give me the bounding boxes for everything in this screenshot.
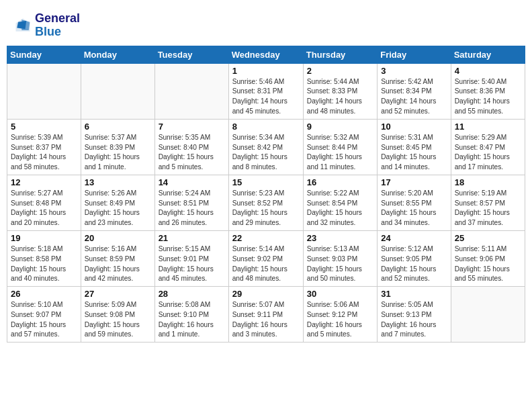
day-number: 12 <box>11 177 77 187</box>
day-info: Sunrise: 5:27 AMSunset: 8:48 PMDaylight:… <box>11 189 77 228</box>
day-number: 5 <box>11 122 77 132</box>
day-info: Sunrise: 5:16 AMSunset: 8:59 PMDaylight:… <box>85 244 151 284</box>
calendar-cell: 25Sunrise: 5:11 AMSunset: 9:06 PMDayligh… <box>451 230 525 286</box>
calendar-cell: 29Sunrise: 5:07 AMSunset: 9:11 PMDayligh… <box>228 287 303 342</box>
svg-marker-2 <box>17 21 26 29</box>
calendar-cell: 6Sunrise: 5:37 AMSunset: 8:39 PMDaylight… <box>81 119 154 175</box>
day-info: Sunrise: 5:46 AMSunset: 8:31 PMDaylight:… <box>232 77 300 117</box>
day-info: Sunrise: 5:37 AMSunset: 8:39 PMDaylight:… <box>85 133 151 173</box>
week-row-4: 19Sunrise: 5:18 AMSunset: 8:58 PMDayligh… <box>7 230 525 286</box>
week-row-2: 5Sunrise: 5:39 AMSunset: 8:37 PMDaylight… <box>7 119 525 175</box>
day-info: Sunrise: 5:32 AMSunset: 8:44 PMDaylight:… <box>307 133 373 173</box>
week-row-5: 26Sunrise: 5:10 AMSunset: 9:07 PMDayligh… <box>7 287 525 342</box>
day-number: 23 <box>307 233 373 243</box>
calendar-cell: 17Sunrise: 5:20 AMSunset: 8:55 PMDayligh… <box>378 175 451 230</box>
day-info: Sunrise: 5:23 AMSunset: 8:52 PMDaylight:… <box>232 189 300 228</box>
weekday-header-monday: Monday <box>81 46 154 63</box>
calendar-cell: 1Sunrise: 5:46 AMSunset: 8:31 PMDaylight… <box>228 63 303 119</box>
day-number: 21 <box>159 233 225 243</box>
calendar-cell: 31Sunrise: 5:05 AMSunset: 9:13 PMDayligh… <box>378 287 451 342</box>
day-info: Sunrise: 5:15 AMSunset: 9:01 PMDaylight:… <box>159 244 225 284</box>
day-info: Sunrise: 5:07 AMSunset: 9:11 PMDaylight:… <box>232 300 300 340</box>
calendar-cell: 24Sunrise: 5:12 AMSunset: 9:05 PMDayligh… <box>378 230 451 286</box>
calendar-cell <box>451 287 525 342</box>
day-number: 3 <box>381 66 447 76</box>
day-number: 26 <box>11 289 77 299</box>
day-number: 25 <box>455 233 521 243</box>
day-info: Sunrise: 5:12 AMSunset: 9:05 PMDaylight:… <box>381 244 447 284</box>
calendar-cell: 27Sunrise: 5:09 AMSunset: 9:08 PMDayligh… <box>81 287 154 342</box>
day-number: 22 <box>232 233 300 243</box>
calendar-cell: 20Sunrise: 5:16 AMSunset: 8:59 PMDayligh… <box>81 230 154 286</box>
weekday-header-tuesday: Tuesday <box>154 46 228 63</box>
calendar-cell: 30Sunrise: 5:06 AMSunset: 9:12 PMDayligh… <box>303 287 377 342</box>
week-row-1: 1Sunrise: 5:46 AMSunset: 8:31 PMDaylight… <box>7 63 525 119</box>
day-number: 13 <box>85 177 151 187</box>
calendar-cell: 21Sunrise: 5:15 AMSunset: 9:01 PMDayligh… <box>154 230 228 286</box>
calendar-cell: 2Sunrise: 5:44 AMSunset: 8:33 PMDaylight… <box>303 63 377 119</box>
day-info: Sunrise: 5:44 AMSunset: 8:33 PMDaylight:… <box>307 77 373 117</box>
day-number: 16 <box>307 177 373 187</box>
day-number: 1 <box>232 66 300 76</box>
day-number: 20 <box>85 233 151 243</box>
weekday-header-friday: Friday <box>378 46 451 63</box>
day-info: Sunrise: 5:08 AMSunset: 9:10 PMDaylight:… <box>159 300 225 340</box>
calendar-cell: 28Sunrise: 5:08 AMSunset: 9:10 PMDayligh… <box>154 287 228 342</box>
day-info: Sunrise: 5:29 AMSunset: 8:47 PMDaylight:… <box>455 133 521 173</box>
day-number: 17 <box>381 177 447 187</box>
day-info: Sunrise: 5:13 AMSunset: 9:03 PMDaylight:… <box>307 244 373 284</box>
calendar-cell: 15Sunrise: 5:23 AMSunset: 8:52 PMDayligh… <box>228 175 303 230</box>
calendar-cell: 11Sunrise: 5:29 AMSunset: 8:47 PMDayligh… <box>451 119 525 175</box>
calendar-cell: 7Sunrise: 5:35 AMSunset: 8:40 PMDaylight… <box>154 119 228 175</box>
calendar-cell: 12Sunrise: 5:27 AMSunset: 8:48 PMDayligh… <box>7 175 81 230</box>
day-info: Sunrise: 5:26 AMSunset: 8:49 PMDaylight:… <box>85 189 151 228</box>
day-info: Sunrise: 5:24 AMSunset: 8:51 PMDaylight:… <box>159 189 225 228</box>
logo-icon <box>13 16 32 35</box>
day-info: Sunrise: 5:39 AMSunset: 8:37 PMDaylight:… <box>11 133 77 173</box>
calendar-cell: 8Sunrise: 5:34 AMSunset: 8:42 PMDaylight… <box>228 119 303 175</box>
day-number: 31 <box>381 289 447 299</box>
day-info: Sunrise: 5:14 AMSunset: 9:02 PMDaylight:… <box>232 244 300 284</box>
calendar-cell: 5Sunrise: 5:39 AMSunset: 8:37 PMDaylight… <box>7 119 81 175</box>
day-number: 4 <box>455 66 521 76</box>
day-info: Sunrise: 5:18 AMSunset: 8:58 PMDaylight:… <box>11 244 77 284</box>
week-row-3: 12Sunrise: 5:27 AMSunset: 8:48 PMDayligh… <box>7 175 525 230</box>
calendar-cell: 10Sunrise: 5:31 AMSunset: 8:45 PMDayligh… <box>378 119 451 175</box>
day-number: 11 <box>455 122 521 132</box>
day-info: Sunrise: 5:42 AMSunset: 8:34 PMDaylight:… <box>381 77 447 117</box>
page-header: General Blue <box>7 7 525 43</box>
day-info: Sunrise: 5:31 AMSunset: 8:45 PMDaylight:… <box>381 133 447 173</box>
calendar-cell: 14Sunrise: 5:24 AMSunset: 8:51 PMDayligh… <box>154 175 228 230</box>
day-number: 28 <box>159 289 225 299</box>
day-info: Sunrise: 5:06 AMSunset: 9:12 PMDaylight:… <box>307 300 373 340</box>
day-number: 19 <box>11 233 77 243</box>
logo-text: General Blue <box>35 12 80 39</box>
calendar-cell <box>7 63 81 119</box>
day-info: Sunrise: 5:05 AMSunset: 9:13 PMDaylight:… <box>381 300 447 340</box>
day-number: 9 <box>307 122 373 132</box>
weekday-header-sunday: Sunday <box>7 46 81 63</box>
day-number: 8 <box>232 122 300 132</box>
day-info: Sunrise: 5:35 AMSunset: 8:40 PMDaylight:… <box>159 133 225 173</box>
calendar-cell: 23Sunrise: 5:13 AMSunset: 9:03 PMDayligh… <box>303 230 377 286</box>
calendar-cell: 26Sunrise: 5:10 AMSunset: 9:07 PMDayligh… <box>7 287 81 342</box>
day-info: Sunrise: 5:22 AMSunset: 8:54 PMDaylight:… <box>307 189 373 228</box>
weekday-header-thursday: Thursday <box>303 46 377 63</box>
day-number: 6 <box>85 122 151 132</box>
day-number: 15 <box>232 177 300 187</box>
calendar-cell: 18Sunrise: 5:19 AMSunset: 8:57 PMDayligh… <box>451 175 525 230</box>
day-info: Sunrise: 5:40 AMSunset: 8:36 PMDaylight:… <box>455 77 521 117</box>
day-info: Sunrise: 5:20 AMSunset: 8:55 PMDaylight:… <box>381 189 447 228</box>
calendar-cell: 3Sunrise: 5:42 AMSunset: 8:34 PMDaylight… <box>378 63 451 119</box>
weekday-header-wednesday: Wednesday <box>228 46 303 63</box>
day-number: 7 <box>159 122 225 132</box>
weekday-header-row: SundayMondayTuesdayWednesdayThursdayFrid… <box>7 46 525 63</box>
day-info: Sunrise: 5:09 AMSunset: 9:08 PMDaylight:… <box>85 300 151 340</box>
day-number: 24 <box>381 233 447 243</box>
calendar-cell: 4Sunrise: 5:40 AMSunset: 8:36 PMDaylight… <box>451 63 525 119</box>
day-info: Sunrise: 5:10 AMSunset: 9:07 PMDaylight:… <box>11 300 77 340</box>
day-info: Sunrise: 5:19 AMSunset: 8:57 PMDaylight:… <box>455 189 521 228</box>
logo: General Blue <box>13 12 80 39</box>
calendar-table: SundayMondayTuesdayWednesdayThursdayFrid… <box>7 46 525 343</box>
calendar-cell: 13Sunrise: 5:26 AMSunset: 8:49 PMDayligh… <box>81 175 154 230</box>
